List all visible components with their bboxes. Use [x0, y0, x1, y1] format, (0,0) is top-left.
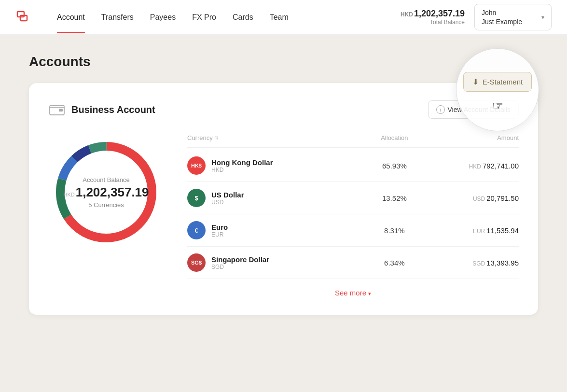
table-row: € Euro EUR 8.31% EUR11,535.94: [187, 214, 519, 247]
user-dropdown[interactable]: John Just Example ▾: [474, 4, 552, 30]
nav-cards[interactable]: Cards: [226, 9, 260, 26]
see-more-row: See more▾: [187, 279, 519, 299]
col-allocation: Allocation: [353, 134, 436, 141]
total-balance-amount: HKD1,202,357.19: [401, 9, 465, 19]
table-row: $ US Dollar USD 13.52% USD20,791.50: [187, 182, 519, 214]
sort-icon[interactable]: ⇅: [215, 136, 219, 140]
currency-cell-usd: $ US Dollar USD: [187, 189, 353, 207]
currency-cell-sgd: SG$ Singapore Dollar SGD: [187, 253, 353, 272]
info-icon: i: [436, 105, 445, 114]
col-currency: Currency ⇅: [187, 134, 353, 141]
see-more-arrow-icon: ▾: [368, 291, 371, 296]
table-row: SG$ Singapore Dollar SGD 6.34% SGD13,393…: [187, 247, 519, 279]
currency-cell-eur: € Euro EUR: [187, 221, 353, 239]
donut-center-text: Account Balance HKD 1,202,357.19 5 Curre…: [63, 176, 149, 209]
total-balance-label: Total Balance: [401, 19, 465, 26]
table-header: Currency ⇅ Allocation Amount: [187, 134, 519, 148]
nav-account[interactable]: Account: [50, 9, 92, 26]
svg-rect-3: [59, 109, 63, 112]
currency-icon-hkd: HK$: [187, 156, 206, 175]
main-content: Accounts ⬇ E-Statement ☞: [0, 35, 567, 392]
cursor-icon: ☞: [492, 98, 503, 113]
currency-icon-eur: €: [187, 221, 206, 239]
download-icon: ⬇: [472, 77, 479, 86]
card-body: Account Balance HKD 1,202,357.19 5 Curre…: [48, 134, 519, 299]
col-amount: Amount: [436, 134, 519, 141]
currency-icon-sgd: SG$: [187, 253, 206, 272]
nav-transfers[interactable]: Transfers: [95, 9, 140, 26]
table-row: HK$ Hong Kong Dollar HKD 65.93% HKD792,7…: [187, 150, 519, 182]
currency-table: Currency ⇅ Allocation Amount HK$ Hong Ko…: [187, 134, 519, 299]
nav-payees[interactable]: Payees: [143, 9, 182, 26]
e-statement-button[interactable]: ⬇ E-Statement: [463, 72, 532, 92]
user-name: John Just Example: [482, 8, 522, 26]
see-more-button[interactable]: See more▾: [335, 289, 371, 297]
navbar: Account Transfers Payees FX Pro Cards Te…: [0, 0, 567, 35]
nav-fxpro[interactable]: FX Pro: [185, 9, 223, 26]
total-balance-block: HKD1,202,357.19 Total Balance: [401, 9, 465, 26]
nav-team[interactable]: Team: [263, 9, 295, 26]
nav-links: Account Transfers Payees FX Pro Cards Te…: [50, 9, 401, 26]
card-header: Business Account i View Account Details: [48, 100, 519, 119]
wallet-icon: [48, 101, 66, 118]
business-account-title: Business Account: [71, 104, 155, 115]
nav-right: HKD1,202,357.19 Total Balance John Just …: [401, 4, 552, 30]
card-title-row: Business Account: [48, 101, 155, 118]
currency-icon-usd: $: [187, 189, 206, 207]
chevron-down-icon: ▾: [541, 14, 544, 21]
currency-cell-hkd: HK$ Hong Kong Dollar HKD: [187, 156, 353, 175]
donut-chart: Account Balance HKD 1,202,357.19 5 Curre…: [48, 134, 164, 250]
logo-icon[interactable]: [15, 8, 35, 27]
